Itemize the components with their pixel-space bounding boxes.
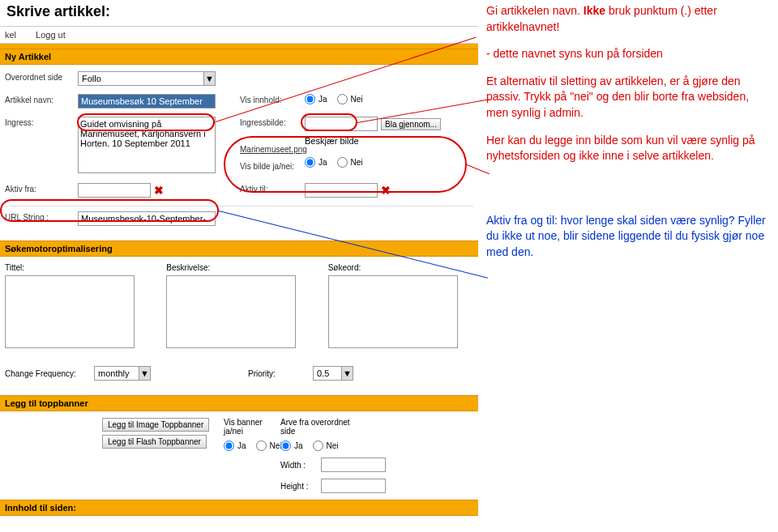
label-vis-banner: Vis banner ja/nei — [224, 418, 280, 436]
vis-banner-ja[interactable] — [224, 440, 234, 451]
section-innhold: Innhold til siden: — [0, 500, 478, 516]
label-tittel: Tittel: — [5, 263, 150, 272]
label-arve-fra: Arve fra overordnet side — [280, 418, 361, 436]
arve-nei[interactable] — [313, 440, 323, 451]
label-overordnet: Overordnet side — [5, 71, 78, 82]
aktiv-fra-input[interactable] — [78, 183, 151, 198]
beskrivelse-textarea[interactable] — [166, 275, 296, 348]
change-freq-select[interactable]: monthly ▼ — [94, 366, 151, 381]
nav-item-logout[interactable]: Logg ut — [36, 30, 66, 40]
vis-innhold-radio: Ja Nei — [305, 94, 473, 104]
vis-bilde-nei[interactable] — [337, 157, 348, 168]
clear-icon[interactable]: ✖ — [154, 184, 164, 197]
seo-body: Tittel: Beskrivelse: Søkeord: Change Fre… — [0, 257, 478, 395]
top-nav: kel Logg ut — [0, 26, 478, 44]
aktiv-til-input[interactable] — [305, 183, 378, 198]
ingress-textarea[interactable]: Guidet omvisning på Marinemuseet, Karljo… — [78, 117, 216, 173]
label-beskrivelse: Beskrivelse: — [166, 263, 311, 272]
label-artikkel-navn: Artikkel navn: — [5, 94, 78, 104]
label-nei4: Nei — [327, 441, 339, 450]
admin-form: kel Logg ut Ny Artikkel Overordnet side … — [0, 26, 478, 516]
section-ny-artikkel: Ny Artikkel — [0, 49, 478, 65]
section-toppbanner: Legg til toppbanner — [0, 395, 478, 411]
ingress-file-link[interactable]: Marinemuseet.png — [240, 145, 307, 154]
vis-bilde-ja[interactable] — [305, 157, 315, 168]
label-height: Height : — [280, 482, 321, 491]
priority-select[interactable]: 0.5 ▼ — [313, 366, 353, 381]
change-freq-value: monthly — [95, 368, 139, 378]
chevron-down-icon-2: ▼ — [139, 367, 150, 380]
width-input[interactable] — [321, 458, 386, 472]
legg-image-button[interactable]: Legg til Image Toppbanner — [102, 418, 209, 432]
arve-ja[interactable] — [280, 440, 291, 451]
tittel-textarea[interactable] — [5, 275, 135, 348]
label-aktiv-fra: Aktiv fra: — [5, 183, 78, 194]
label-nei2: Nei — [351, 158, 363, 167]
note-3: Et alternativ til sletting av artikkelen… — [486, 74, 770, 121]
note-1: Gi artikkelen navn. Ikke bruk punktum (.… — [486, 3, 770, 35]
url-string-input[interactable] — [78, 211, 216, 226]
priority-value: 0.5 — [314, 368, 341, 378]
toppbanner-body: Legg til Image Toppbanner Legg til Flash… — [0, 411, 478, 500]
label-width: Width : — [280, 461, 321, 470]
vis-banner-nei[interactable] — [256, 440, 267, 451]
chevron-down-icon: ▼ — [203, 72, 215, 85]
label-ja4: Ja — [294, 441, 303, 450]
note-4: Her kan du legge inn bilde som kun vil v… — [486, 133, 770, 164]
nav-item-kel[interactable]: kel — [5, 30, 16, 40]
label-ingress: Ingress: — [5, 117, 78, 127]
bla-gjennom-button[interactable]: Bla gjennom... — [381, 118, 441, 130]
vis-innhold-nei[interactable] — [337, 94, 348, 104]
sokeord-textarea[interactable] — [328, 275, 458, 348]
label-vis-innhold: Vis innhold: — [240, 94, 305, 104]
label-aktiv-til: Aktiv til: — [240, 183, 305, 194]
label-sokeord: Søkeord: — [328, 263, 473, 272]
label-ja2: Ja — [318, 158, 327, 167]
annotation-notes: Gi artikkelen navn. Ikke bruk punktum (.… — [486, 3, 770, 272]
section-seo: Søkemotoroptimalisering — [0, 240, 478, 257]
height-input[interactable] — [321, 479, 386, 493]
ny-artikkel-body: Overordnet side Follo ▼ Artikkel navn: V… — [0, 65, 478, 240]
vis-innhold-ja[interactable] — [305, 94, 315, 104]
label-ja: Ja — [318, 95, 327, 104]
label-ja3: Ja — [237, 441, 246, 450]
note-2: - dette navnet syns kun på forsiden — [486, 46, 770, 62]
clear-icon-2[interactable]: ✖ — [381, 184, 391, 197]
artikkel-navn-input[interactable] — [78, 94, 216, 109]
overordnet-value: Follo — [79, 74, 203, 83]
vis-bilde-radio: Ja Nei — [305, 157, 473, 168]
label-vis-bilde: Vis bilde ja/nei: — [240, 162, 305, 171]
beskjaer-link[interactable]: Beskjær bilde — [305, 136, 473, 146]
overordnet-select[interactable]: Follo ▼ — [78, 71, 216, 86]
chevron-down-icon-3: ▼ — [341, 367, 353, 380]
label-nei: Nei — [351, 95, 363, 104]
ingressbilde-input[interactable] — [305, 117, 378, 131]
label-change-freq: Change Frequency: — [5, 369, 94, 378]
legg-flash-button[interactable]: Legg til Flash Toppbanner — [102, 435, 207, 449]
label-ingressbilde: Ingressbilde: — [240, 118, 305, 127]
label-url-string: URL String : — [5, 211, 78, 222]
label-priority: Priority: — [248, 369, 313, 378]
note-5: Aktiv fra og til: hvor lenge skal siden … — [486, 213, 770, 261]
